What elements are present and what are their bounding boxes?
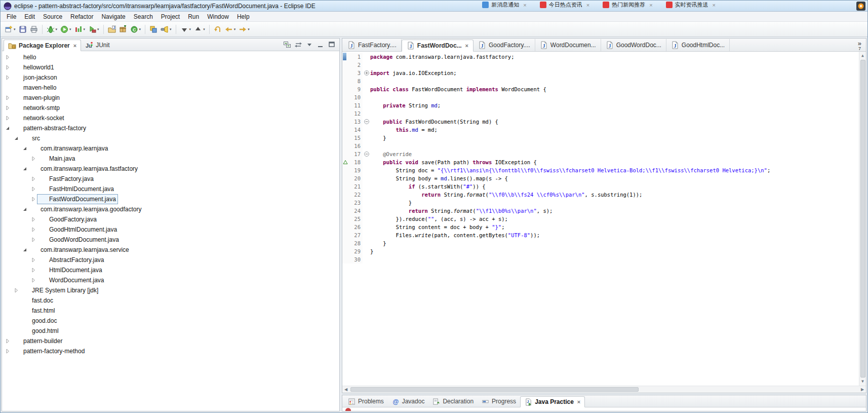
tree-item[interactable]: good.html xyxy=(2,326,339,336)
menu-window[interactable]: Window xyxy=(203,12,233,21)
search-button[interactable]: ▾ xyxy=(159,23,173,35)
dropdown-arrow-icon[interactable]: ▾ xyxy=(170,27,172,31)
close-icon[interactable]: × xyxy=(523,2,526,8)
close-icon[interactable]: × xyxy=(649,2,652,8)
dropdown-arrow-icon[interactable]: ▾ xyxy=(139,27,141,31)
tree-collapsed-arrow-icon[interactable] xyxy=(4,115,11,122)
dropdown-arrow-icon[interactable]: ▾ xyxy=(84,27,86,31)
tree-collapsed-arrow-icon[interactable] xyxy=(30,185,37,193)
tree-item[interactable]: GoodWordDocument.java xyxy=(2,235,339,245)
tree-item[interactable]: network-smtp xyxy=(2,103,339,113)
fold-minus-icon[interactable] xyxy=(364,151,370,157)
tree-item[interactable]: AbstractFactory.java xyxy=(2,255,339,265)
close-icon[interactable]: × xyxy=(586,2,589,8)
tree-collapsed-arrow-icon[interactable] xyxy=(30,277,37,284)
scroll-up-icon[interactable]: ▲ xyxy=(861,52,864,60)
editor-tab[interactable]: JGoodWordDoc... xyxy=(601,39,666,51)
dropdown-arrow-icon[interactable]: ▾ xyxy=(14,27,16,31)
debug-button[interactable]: ▾ xyxy=(45,23,59,35)
menu-source[interactable]: Source xyxy=(39,12,66,21)
view-menu-button[interactable] xyxy=(305,41,313,49)
tree-item[interactable]: FastWordDocument.java xyxy=(2,194,339,204)
tab-java-practice[interactable]: JJava Practice× xyxy=(520,396,585,407)
tree-item[interactable]: HtmlDocument.java xyxy=(2,265,339,275)
scroll-down-icon[interactable]: ▼ xyxy=(861,378,864,386)
tree-item[interactable]: src xyxy=(2,133,339,143)
tree-item[interactable]: good.doc xyxy=(2,316,339,326)
dropdown-arrow-icon[interactable]: ▾ xyxy=(97,27,99,31)
code-editor[interactable]: 1package com.itranswarp.learnjava.fastfa… xyxy=(342,52,866,386)
tree-item[interactable]: network-socket xyxy=(2,113,339,123)
editor-tab[interactable]: JGoodFactory.... xyxy=(474,39,535,51)
tree-collapsed-arrow-icon[interactable] xyxy=(4,64,11,71)
scroll-right-icon[interactable]: ▶ xyxy=(859,387,866,392)
notification-item[interactable]: 今日热点资讯× xyxy=(540,1,589,9)
editor-tab[interactable]: JWordDocumen... xyxy=(535,39,601,51)
tree-item[interactable]: JRE System Library [jdk] xyxy=(2,285,339,295)
tree-collapsed-arrow-icon[interactable] xyxy=(4,104,11,111)
tree-item[interactable]: FastHtmlDocument.java xyxy=(2,184,339,194)
tree-item[interactable]: Main.java xyxy=(2,154,339,164)
tree-item[interactable]: maven-plugin xyxy=(2,93,339,103)
tree-collapsed-arrow-icon[interactable] xyxy=(30,236,37,243)
notification-item[interactable]: 热门新闻推荐× xyxy=(603,1,652,9)
tree-collapsed-arrow-icon[interactable] xyxy=(30,267,37,274)
menu-run[interactable]: Run xyxy=(184,12,203,21)
new-wizard-button[interactable]: ▾ xyxy=(3,23,17,35)
tree-expanded-arrow-icon[interactable] xyxy=(21,145,28,152)
tree-collapsed-arrow-icon[interactable] xyxy=(30,155,37,162)
tree-item[interactable]: com.itranswarp.learnjava xyxy=(2,143,339,154)
tree-collapsed-arrow-icon[interactable] xyxy=(30,226,37,233)
notification-item[interactable]: 实时资讯推送× xyxy=(666,1,716,9)
tree-collapsed-arrow-icon[interactable] xyxy=(30,196,37,203)
tree-item[interactable]: helloworld1 xyxy=(2,62,339,72)
menu-project[interactable]: Project xyxy=(157,12,184,21)
horizontal-scrollbar[interactable]: ◀ ▶ xyxy=(342,386,866,393)
tree-collapsed-arrow-icon[interactable] xyxy=(4,54,11,61)
tab-junit[interactable]: Ju JUnit xyxy=(81,39,113,51)
link-with-editor-button[interactable] xyxy=(294,41,302,49)
maximize-button[interactable] xyxy=(328,41,336,49)
save-button[interactable] xyxy=(17,23,28,35)
tree-collapsed-arrow-icon[interactable] xyxy=(30,256,37,264)
tree-item[interactable]: GoodHtmlDocument.java xyxy=(2,224,339,235)
vertical-scrollbar-thumb[interactable] xyxy=(860,60,865,378)
dropdown-arrow-icon[interactable]: ▾ xyxy=(69,27,71,31)
editor-tab[interactable]: JGoodHtmlDoc... xyxy=(666,39,730,51)
menu-edit[interactable]: Edit xyxy=(20,12,39,21)
tree-item[interactable]: com.itranswarp.learnjava.fastfactory xyxy=(2,164,339,174)
tree-collapsed-arrow-icon[interactable] xyxy=(4,94,11,101)
tree-expanded-arrow-icon[interactable] xyxy=(13,135,20,142)
tree-item[interactable]: pattern-builder xyxy=(2,336,339,346)
tree-item[interactable]: pattern-factory-method xyxy=(2,346,339,356)
run-button[interactable]: ▾ xyxy=(59,23,73,35)
menu-search[interactable]: Search xyxy=(130,12,157,21)
tree-item[interactable]: maven-hello xyxy=(2,83,339,93)
new-java-project-button[interactable]: J xyxy=(106,23,117,35)
close-icon[interactable]: × xyxy=(73,43,76,49)
tab-declaration[interactable]: Declaration xyxy=(428,396,478,407)
close-icon[interactable]: × xyxy=(577,399,580,405)
tree-item[interactable]: fast.html xyxy=(2,306,339,316)
tree-item[interactable]: com.itranswarp.learnjava.service xyxy=(2,245,339,255)
tree-item[interactable]: WordDocument.java xyxy=(2,275,339,285)
editor-tab[interactable]: JFastFactory.... xyxy=(343,39,402,51)
tree-expanded-arrow-icon[interactable] xyxy=(21,165,28,172)
tree-item[interactable]: FastFactory.java xyxy=(2,174,339,184)
new-package-button[interactable] xyxy=(117,23,129,35)
new-class-button[interactable]: C▾ xyxy=(129,23,143,35)
print-button[interactable] xyxy=(28,23,40,35)
dropdown-arrow-icon[interactable]: ▾ xyxy=(248,27,250,31)
fold-plus-icon[interactable] xyxy=(364,70,370,76)
tree-item[interactable]: hello xyxy=(2,52,339,62)
tree-expanded-arrow-icon[interactable] xyxy=(21,206,28,213)
tree-item[interactable]: pattern-abstract-factory xyxy=(2,123,339,133)
tree-expanded-arrow-icon[interactable] xyxy=(21,246,28,253)
tab-problems[interactable]: Problems xyxy=(344,396,388,407)
previous-annotation-button[interactable]: ▾ xyxy=(192,23,207,35)
tree-collapsed-arrow-icon[interactable] xyxy=(4,337,11,345)
last-edit-location-button[interactable] xyxy=(212,23,223,35)
menu-file[interactable]: File xyxy=(3,12,20,21)
back-button[interactable]: ▾ xyxy=(223,23,238,35)
notification-item[interactable]: 新消息通知× xyxy=(482,1,526,9)
